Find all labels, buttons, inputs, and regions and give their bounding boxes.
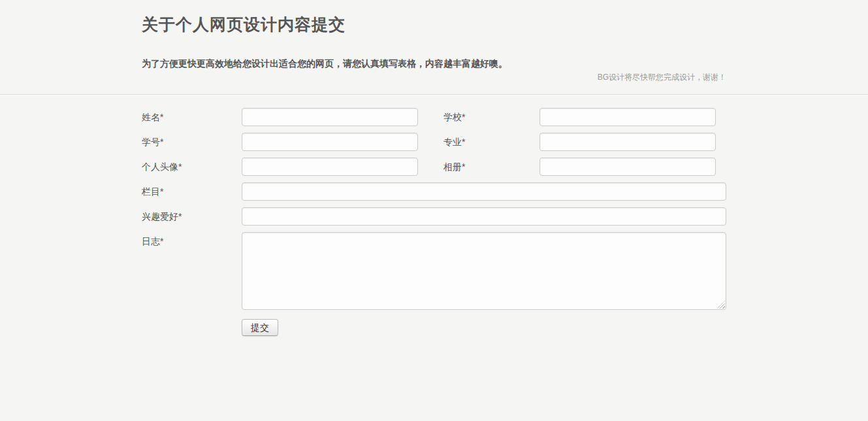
form-description: 为了方便更快更高效地给您设计出适合您的网页，请您认真填写表格，内容越丰富越好噢。 xyxy=(142,58,726,69)
submission-form: 姓名* 学校* 学号* 专业* 个人头像* 相册* 栏目* xyxy=(142,108,726,336)
hobbies-label: 兴趣爱好* xyxy=(142,207,242,222)
hobbies-input[interactable] xyxy=(242,207,726,226)
name-label: 姓名* xyxy=(142,108,242,122)
form-section: 姓名* 学校* 学号* 专业* 个人头像* 相册* 栏目* xyxy=(0,95,868,336)
student-id-label: 学号* xyxy=(142,133,242,147)
columns-label: 栏目* xyxy=(142,182,242,197)
form-row-avatar-album: 个人头像* 相册* xyxy=(142,158,726,176)
album-input[interactable] xyxy=(539,158,716,176)
designer-note: BG设计将尽快帮您完成设计，谢谢！ xyxy=(142,72,726,82)
page-header: 关于个人网页设计内容提交 为了方便更快更高效地给您设计出适合您的网页，请您认真填… xyxy=(0,0,868,95)
form-row-columns: 栏目* xyxy=(142,182,726,201)
submit-row: 提交 xyxy=(242,319,726,336)
school-label: 学校* xyxy=(443,108,539,122)
journal-label: 日志* xyxy=(142,232,242,246)
avatar-label: 个人头像* xyxy=(142,158,242,172)
columns-input[interactable] xyxy=(242,182,726,201)
form-row-name-school: 姓名* 学校* xyxy=(142,108,726,126)
avatar-input[interactable] xyxy=(242,158,418,176)
form-row-hobbies: 兴趣爱好* xyxy=(142,207,726,226)
major-input[interactable] xyxy=(539,133,716,151)
journal-textarea-wrap xyxy=(242,232,726,310)
major-label: 专业* xyxy=(443,133,539,147)
submit-button[interactable]: 提交 xyxy=(242,319,278,336)
page-title: 关于个人网页设计内容提交 xyxy=(142,14,726,34)
form-row-journal: 日志* xyxy=(142,232,726,310)
album-label: 相册* xyxy=(443,158,539,172)
name-input[interactable] xyxy=(242,108,418,126)
journal-textarea[interactable] xyxy=(242,232,726,310)
form-row-studentid-major: 学号* 专业* xyxy=(142,133,726,151)
student-id-input[interactable] xyxy=(242,133,418,151)
school-input[interactable] xyxy=(539,108,716,126)
